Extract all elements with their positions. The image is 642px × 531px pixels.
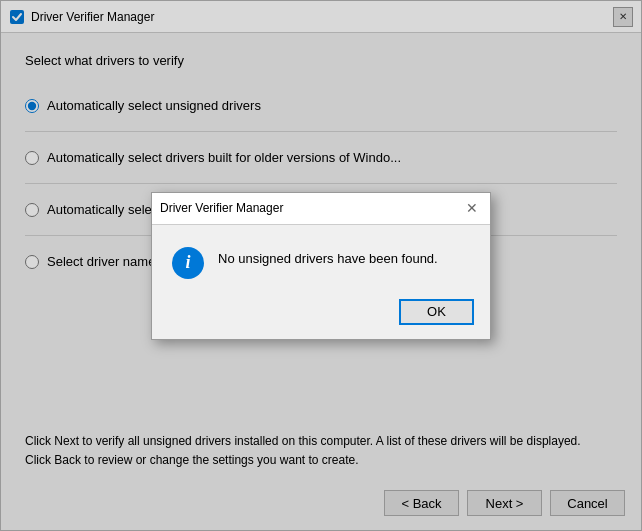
modal-dialog: Driver Verifier Manager ✕ i No unsigned … <box>151 192 491 340</box>
modal-footer: OK <box>152 295 490 339</box>
info-icon: i <box>172 247 204 279</box>
modal-ok-button[interactable]: OK <box>399 299 474 325</box>
modal-close-button[interactable]: ✕ <box>462 198 482 218</box>
info-icon-letter: i <box>185 252 190 273</box>
modal-title: Driver Verifier Manager <box>160 201 462 215</box>
modal-overlay: Driver Verifier Manager ✕ i No unsigned … <box>1 1 641 530</box>
modal-message: No unsigned drivers have been found. <box>218 245 438 269</box>
main-window: Driver Verifier Manager ✕ Select what dr… <box>0 0 642 531</box>
modal-title-bar: Driver Verifier Manager ✕ <box>152 193 490 225</box>
modal-body: i No unsigned drivers have been found. <box>152 225 490 295</box>
